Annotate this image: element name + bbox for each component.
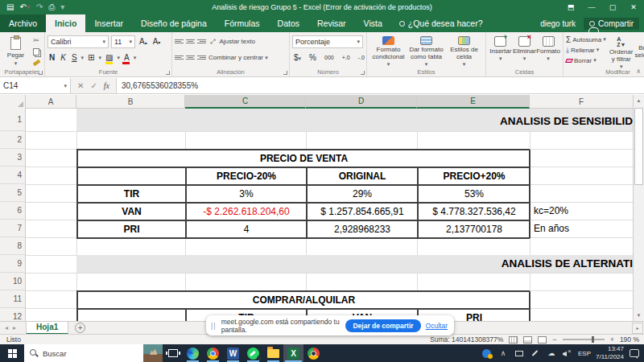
row-header-12[interactable]: 12 [0,308,26,321]
kc-note-cell[interactable]: kc=20% [534,202,630,220]
task-view-button[interactable] [163,344,183,362]
row-header-4[interactable]: 4 [0,167,26,184]
font-name-select[interactable]: Calibri ▾ [47,35,109,48]
table-cell[interactable]: 2,928968233 [307,220,418,238]
redo-icon[interactable]: ↷ [36,0,43,14]
clear-button[interactable]: Borrar▾ [566,56,606,65]
tab-archivo[interactable]: Archivo [0,14,46,32]
tab-insertar[interactable]: Insertar [85,14,132,32]
col-header-c[interactable]: C [185,95,306,109]
taskbar-excel[interactable]: X [283,344,303,362]
taskbar-explorer[interactable] [263,344,283,362]
conditional-formatting-button[interactable]: Formato condicional▾ [369,35,407,68]
table-cell[interactable]: PRECIO+20% [418,167,530,185]
sensitivity-title-cell[interactable]: ANALISIS DE SENSIBILID [76,112,633,131]
bold-button[interactable]: N [47,53,56,62]
zoom-slider[interactable] [563,339,605,340]
tab-datos[interactable]: Datos [269,14,308,32]
autosum-button[interactable]: Σ Autosuma▾ [566,35,606,44]
table-cell[interactable]: 3% [186,185,307,203]
align-middle-icon[interactable] [186,39,195,43]
fill-button[interactable]: ⤓ Rellenar▾ [566,45,606,55]
zoom-in-button[interactable]: + [610,335,614,343]
name-box[interactable]: C14 ▾ [0,78,71,93]
align-top-icon[interactable] [175,39,184,43]
vertical-scrollbar[interactable]: ▲ ▼ [633,95,644,321]
printer-icon[interactable]: ⎙ [48,0,55,14]
font-size-select[interactable]: 11 ▾ [111,35,135,48]
align-right-icon[interactable] [197,56,206,60]
add-sheet-button[interactable]: + [75,323,85,333]
row-header-3[interactable]: 3 [0,149,26,167]
start-button[interactable] [0,344,24,362]
tell-me-box[interactable]: ¿Qué desea hacer? [391,14,491,32]
account-user[interactable]: diego turk [540,19,576,28]
undo-icon[interactable]: ↶▾ [19,0,30,14]
table-cell[interactable]: $ 4.778.327.536,42 [418,203,530,220]
taskbar-word[interactable]: W [223,344,243,362]
normal-view-icon[interactable] [509,336,518,343]
align-left-icon[interactable] [175,56,184,60]
tab-inicio[interactable]: Inicio [46,14,85,32]
taskbar-chrome[interactable] [203,344,223,362]
tab-vista[interactable]: Vista [355,14,391,32]
row-header-1[interactable]: 1 [0,109,26,131]
row-header-6[interactable]: 6 [0,202,26,220]
scroll-up-icon[interactable]: ▲ [634,95,644,106]
tray-notification-icon[interactable] [481,347,493,360]
insert-function-icon[interactable]: fx [104,81,109,90]
fill-color-icon[interactable]: ▨ [104,53,114,62]
clipboard-dialog-launcher[interactable] [39,71,43,75]
taskbar-whatsapp[interactable] [243,344,263,362]
language-indicator[interactable]: ESP [578,350,591,357]
col-header-d[interactable]: D [306,95,417,109]
italic-button[interactable]: K [59,53,68,62]
tab-diseno-pagina[interactable]: Diseño de página [132,14,216,32]
row-header-9[interactable]: 9 [0,255,26,273]
table-cell[interactable]: 2,137700178 [418,220,530,238]
wrap-text-button[interactable]: Ajustar texto [219,38,254,45]
row-header-2[interactable]: 2 [0,131,26,149]
screen-share-icon[interactable] [514,347,525,360]
col-header-f[interactable]: F [530,95,633,109]
delete-cells-button[interactable]: Eliminar▾ [513,35,537,68]
table-cell[interactable]: 29% [307,185,418,203]
align-bottom-icon[interactable] [197,39,206,43]
table-title-cell[interactable]: PRECIO DE VENTA [77,150,530,167]
action-center-icon[interactable] [629,347,640,360]
decrease-decimal-icon[interactable]: -.0 [357,55,366,60]
zoom-slider-thumb[interactable] [592,336,594,343]
qat-customize-icon[interactable]: ▾ [60,0,64,14]
page-layout-view-icon[interactable] [523,336,532,343]
format-cells-button[interactable]: Formato▾ [536,35,560,68]
table-cell[interactable]: TIR [77,185,186,203]
tab-formulas[interactable]: Fórmulas [216,14,269,32]
minimize-button[interactable]: — [581,0,602,14]
table-cell-negative[interactable]: -$ 2.262.618.204,60 [186,203,307,220]
table-cell[interactable] [77,167,186,185]
muted-speaker-icon[interactable] [562,347,573,360]
collapse-ribbon-icon[interactable]: ∧ [636,68,641,75]
row-header-8[interactable]: 8 [0,237,26,255]
taskbar-chrome-profile[interactable] [303,344,324,362]
table-cell[interactable]: PRECIO-20% [186,167,307,185]
formula-input[interactable]: 30,6765536028355% [117,78,644,93]
page-break-view-icon[interactable] [538,336,547,343]
select-all-corner[interactable] [0,95,26,109]
font-color-icon[interactable]: A [122,53,131,62]
alternatives-title-cell[interactable]: ANALISIS DE ALTERNATI [76,255,633,273]
onedrive-cloud-icon[interactable]: ☁ [546,347,557,360]
sort-filter-button[interactable]: AZ▼ Ordenar y filtrar▾ [608,35,635,68]
scroll-down-icon[interactable]: ▼ [634,310,644,321]
insert-cells-button[interactable]: Insertar▾ [489,35,513,68]
col-header-b[interactable]: B [76,95,185,109]
stop-sharing-button[interactable]: Dejar de compartir [345,319,420,332]
horizontal-scroll-right-icon[interactable]: ▸ [632,323,643,334]
namebox-dropdown-icon[interactable]: ▾ [64,83,67,89]
zoom-out-button[interactable]: − [552,335,556,343]
find-select-button[interactable]: Buscar y seleccionar▾ [637,35,644,68]
accounting-format-icon[interactable]: $▾ [292,53,303,62]
spreadsheet-grid[interactable]: ANALISIS DE SENSIBILID PRECIO DE VENTA P… [26,109,633,321]
format-as-table-button[interactable]: Dar formato como tabla▾ [407,35,445,68]
number-format-select[interactable]: Porcentaje ▾ [292,35,363,48]
